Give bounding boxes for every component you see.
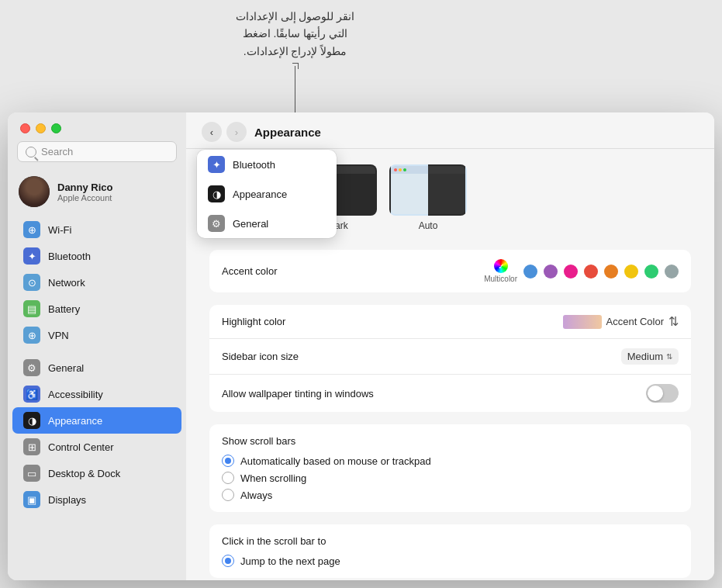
accent-multicolor-label: Multicolor <box>484 275 517 283</box>
popup-bluetooth-label: Bluetooth <box>233 159 275 171</box>
accent-colors-group: Multicolor <box>484 259 679 283</box>
accessibility-icon: ♿ <box>23 386 40 403</box>
wallpaper-tinting-row: Allow wallpaper tinting in windows <box>209 375 691 412</box>
sidebar-item-network[interactable]: ⊙ Network <box>12 269 181 296</box>
sidebar-item-general-label: General <box>48 362 84 374</box>
accent-yellow[interactable] <box>624 265 638 278</box>
popup-general-icon: ⚙ <box>208 215 225 232</box>
toggle-knob <box>648 386 663 401</box>
sidebar-item-vpn[interactable]: ⊕ VPN <box>12 322 181 348</box>
highlight-value: Accent Color <box>606 316 664 327</box>
accent-orange[interactable] <box>604 265 618 278</box>
wallpaper-tinting-toggle[interactable] <box>646 384 679 403</box>
accent-color-row: Accent color Multicolor <box>209 250 691 292</box>
popup-item-appearance[interactable]: ◑ Appearance <box>197 179 337 209</box>
sidebar-item-wifi-label: Wi-Fi <box>48 224 71 236</box>
sidebar-item-wifi[interactable]: ⊕ Wi-Fi <box>12 216 181 243</box>
displays-icon: ▣ <box>23 491 40 508</box>
scroll-auto-option[interactable]: Automatically based on mouse or trackpad <box>222 455 679 467</box>
tooltip-line <box>295 66 295 112</box>
user-info: Danny Rico Apple Account <box>57 182 113 202</box>
search-bar[interactable]: Search <box>17 141 177 162</box>
sidebar-icon-size-select[interactable]: Medium ⇅ <box>621 348 679 365</box>
display-settings-section: Highlight color Accent Color ⇅ Sidebar i… <box>209 305 691 412</box>
auto-mode-thumb <box>389 164 467 216</box>
popup-bluetooth-icon: ✦ <box>208 156 225 173</box>
scroll-when-scrolling-label: When scrolling <box>240 472 306 484</box>
user-account[interactable]: Danny Rico Apple Account <box>8 170 186 213</box>
click-scroll-bar-section: Click in the scroll bar to Jump to the n… <box>209 524 691 578</box>
click-next-page-radio <box>222 555 234 567</box>
accent-purple[interactable] <box>544 265 558 278</box>
sidebar-item-bluetooth[interactable]: ✦ Bluetooth <box>12 243 181 269</box>
sidebar-item-control-center-label: Control Center <box>48 441 114 453</box>
popup-item-general[interactable]: ⚙ General <box>197 209 337 238</box>
sidebar-section-system: ⚙ General ♿ Accessibility ◑ Appearance ⊞… <box>8 351 186 516</box>
accent-green[interactable] <box>644 265 658 278</box>
scroll-always-radio <box>222 489 234 501</box>
highlight-stepper-icon: ⇅ <box>668 314 679 329</box>
main-window: Search Danny Rico Apple Account ⊕ Wi-Fi … <box>8 112 714 580</box>
click-next-page-option[interactable]: Jump to the next page <box>222 555 679 567</box>
accent-red[interactable] <box>584 265 598 278</box>
sidebar-item-accessibility[interactable]: ♿ Accessibility <box>12 381 181 407</box>
maximize-button[interactable] <box>51 123 61 133</box>
sidebar-item-accessibility-label: Accessibility <box>48 389 103 400</box>
show-scroll-bars-section: Show scroll bars Automatically based on … <box>209 424 691 512</box>
highlight-swatch <box>563 315 602 329</box>
sidebar-icon-size-label: Sidebar icon size <box>222 351 299 362</box>
sidebar-item-control-center[interactable]: ⊞ Control Center <box>12 434 181 460</box>
popup-appearance-label: Appearance <box>233 189 287 200</box>
search-icon <box>26 147 36 157</box>
sidebar-item-battery[interactable]: ▤ Battery <box>12 296 181 322</box>
accent-multicolor[interactable] <box>494 259 508 273</box>
appearance-icon: ◑ <box>23 412 40 429</box>
auto-mode-label: Auto <box>419 220 438 231</box>
vpn-icon: ⊕ <box>23 327 40 344</box>
highlight-color-label: Highlight color <box>222 316 285 327</box>
avatar <box>19 176 50 207</box>
sidebar-item-vpn-label: VPN <box>48 330 69 341</box>
click-scroll-bar-title: Click in the scroll bar to <box>222 535 679 547</box>
traffic-lights <box>8 112 186 141</box>
scroll-always-option[interactable]: Always <box>222 489 679 501</box>
accent-blue[interactable] <box>523 265 537 278</box>
scroll-auto-label: Automatically based on mouse or trackpad <box>240 455 431 467</box>
show-scroll-bars-title: Show scroll bars <box>222 435 679 447</box>
sidebar-item-bluetooth-label: Bluetooth <box>48 251 91 262</box>
popup-item-bluetooth[interactable]: ✦ Bluetooth <box>197 150 337 179</box>
minimize-button[interactable] <box>36 123 46 133</box>
accent-color-section: Accent color Multicolor <box>209 250 691 292</box>
accent-graphite[interactable] <box>665 265 679 278</box>
sidebar-item-desktop-dock[interactable]: ▭ Desktop & Dock <box>12 460 181 486</box>
sidebar-item-desktop-dock-label: Desktop & Dock <box>48 468 120 479</box>
scroll-always-label: Always <box>240 489 272 501</box>
sidebar-item-general[interactable]: ⚙ General <box>12 355 181 381</box>
battery-icon: ▤ <box>23 300 40 317</box>
sidebar-item-displays-label: Displays <box>48 494 86 506</box>
accent-color-label: Accent color <box>222 265 278 277</box>
back-button[interactable]: ‹ <box>202 122 222 142</box>
tooltip: انقر للوصول إلى الإعدادات التي رأيتها سا… <box>23 8 567 60</box>
main-content: ‹ › Appearance ✦ Bluetooth ◑ Appearance … <box>186 112 714 580</box>
desktop-dock-icon: ▭ <box>23 465 40 482</box>
history-dropdown: ✦ Bluetooth ◑ Appearance ⚙ General <box>197 150 337 238</box>
click-scroll-radio-group: Jump to the next page <box>222 555 679 567</box>
wifi-icon: ⊕ <box>23 221 40 238</box>
user-subtitle: Apple Account <box>57 193 113 202</box>
search-container: Search <box>8 141 186 170</box>
scroll-auto-radio <box>222 455 234 467</box>
sidebar-item-appearance[interactable]: ◑ Appearance <box>12 407 181 434</box>
scroll-when-scrolling-option[interactable]: When scrolling <box>222 472 679 484</box>
sidebar-item-displays[interactable]: ▣ Displays <box>12 486 181 513</box>
sidebar: Search Danny Rico Apple Account ⊕ Wi-Fi … <box>8 112 186 580</box>
search-placeholder: Search <box>41 146 73 157</box>
accent-pink[interactable] <box>564 265 578 278</box>
highlight-preview[interactable]: Accent Color ⇅ <box>563 314 679 329</box>
mode-option-auto[interactable]: Auto <box>389 164 467 231</box>
accent-multicolor-container: Multicolor <box>484 259 517 283</box>
forward-button[interactable]: › <box>226 122 247 142</box>
control-center-icon: ⊞ <box>23 438 40 455</box>
close-button[interactable] <box>20 123 30 133</box>
network-icon: ⊙ <box>23 274 40 291</box>
